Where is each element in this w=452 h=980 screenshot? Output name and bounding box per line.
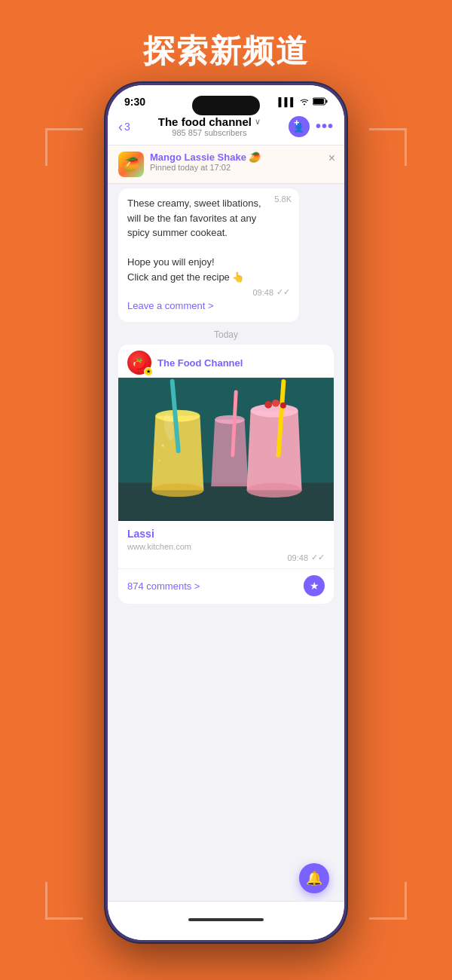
old-message-bubble: 5.8K These creamy, sweet libations, will…: [118, 188, 299, 322]
dynamic-island: [192, 96, 260, 115]
double-check-icon: ✓✓: [276, 287, 290, 297]
corner-accent-tr: [369, 128, 407, 166]
pinned-time: Pinned today at 17:02: [150, 163, 334, 172]
pinned-close-button[interactable]: ×: [328, 152, 335, 165]
corner-accent-tl: [45, 128, 83, 166]
channel-name: The food channel: [158, 115, 252, 128]
back-button[interactable]: ‹ 3: [118, 120, 130, 133]
main-message-card: 🍅 ★ The Food Channel: [118, 345, 334, 604]
svg-rect-1: [326, 100, 328, 103]
card-check-icon: ✓✓: [311, 553, 325, 562]
svg-rect-2: [313, 99, 324, 104]
subscriber-count: 985 857 subscribers: [130, 128, 289, 137]
link-url: www.kitchen.com: [127, 542, 325, 551]
wifi-icon: [299, 97, 310, 107]
status-time: 9:30: [124, 96, 145, 108]
status-icons: ▌▌▌: [279, 97, 328, 107]
volume-down-button: [105, 281, 107, 326]
more-options-button[interactable]: •••: [316, 118, 334, 135]
pinned-content: Mango Lassie Shake 🥭 Pinned today at 17:…: [150, 152, 334, 172]
svg-point-14: [247, 482, 302, 498]
channel-name-label: The Food Channel: [157, 357, 243, 369]
phone-frame: 9:30 ▌▌▌: [105, 83, 347, 942]
pinned-avatar: 🥭: [118, 152, 144, 177]
svg-point-11: [215, 415, 244, 424]
svg-point-6: [151, 483, 203, 497]
channel-badge: ★: [144, 367, 153, 376]
power-button: [345, 259, 347, 311]
message-card-header: 🍅 ★ The Food Channel: [118, 345, 334, 378]
nav-actions: 👤 •••: [289, 116, 334, 137]
card-content: Lassi www.kitchen.com 09:48 ✓✓: [118, 521, 334, 568]
comments-row: 874 comments > ★: [118, 568, 334, 604]
svg-point-8: [161, 444, 164, 447]
svg-point-18: [280, 403, 286, 409]
bottom-bar: [108, 901, 344, 940]
pinned-message[interactable]: 🥭 Mango Lassie Shake 🥭 Pinned today at 1…: [108, 145, 344, 184]
leave-comment-button[interactable]: Leave a comment >: [127, 297, 214, 314]
page-bg-title: 探索新频道: [0, 0, 452, 72]
volume-up-button: [105, 236, 107, 266]
message-image: 🍍: [118, 378, 334, 521]
date-divider: Today: [108, 329, 344, 340]
link-title[interactable]: Lassi: [127, 528, 154, 540]
add-member-button[interactable]: 👤: [289, 116, 310, 137]
message-body: These creamy, sweet libations, will be t…: [127, 196, 290, 284]
signal-icon: ▌▌▌: [279, 97, 296, 106]
phone-screen: 9:30 ▌▌▌: [108, 85, 344, 940]
more-icon: •••: [316, 118, 334, 134]
svg-point-17: [272, 400, 279, 407]
battery-icon: [313, 97, 328, 107]
channel-avatar: 🍅 ★: [127, 351, 151, 375]
back-chevron-icon: ‹: [118, 120, 123, 133]
channel-title-area[interactable]: The food channel ∨ 985 857 subscribers: [130, 115, 289, 137]
chat-area: 5.8K These creamy, sweet libations, will…: [108, 184, 344, 608]
home-indicator: [188, 918, 264, 921]
svg-point-16: [264, 401, 272, 409]
comments-button[interactable]: 874 comments >: [127, 580, 200, 592]
person-icon: 👤: [293, 122, 304, 133]
star-icon: ★: [310, 580, 319, 592]
star-button[interactable]: ★: [304, 575, 325, 596]
bell-icon: 🔔: [306, 870, 322, 887]
corner-accent-bl: [45, 882, 83, 920]
pinned-title: Mango Lassie Shake 🥭: [150, 152, 261, 163]
card-time: 09:48: [287, 553, 308, 562]
notification-bell-button[interactable]: 🔔: [299, 863, 329, 893]
nav-header: ‹ 3 The food channel ∨ 985 857 subscribe…: [108, 111, 344, 145]
back-count: 3: [124, 121, 130, 133]
corner-accent-br: [369, 882, 407, 920]
view-count: 5.8K: [274, 194, 292, 204]
channel-chevron-icon: ∨: [255, 117, 261, 127]
message-time: 09:48: [252, 288, 273, 297]
svg-point-9: [158, 459, 160, 461]
